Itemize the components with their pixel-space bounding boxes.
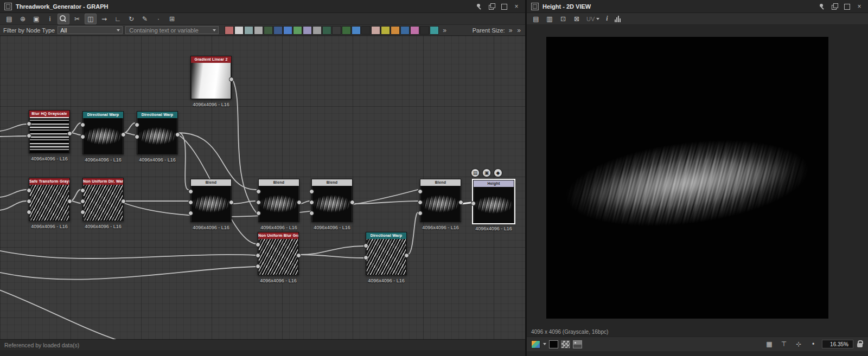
lock-zoom-icon[interactable]	[857, 343, 863, 347]
input-connector[interactable]	[135, 122, 139, 127]
input-connector[interactable]	[188, 211, 193, 216]
node-category-icon-21[interactable]	[420, 26, 429, 35]
input-connector[interactable]	[188, 200, 193, 205]
pen-tool-icon[interactable]: ✎	[139, 14, 151, 24]
tiling-grid-icon[interactable]: ▦	[763, 339, 775, 349]
node-category-icon-11[interactable]	[322, 26, 331, 35]
cut-links-icon[interactable]: ✂	[71, 14, 83, 24]
output-connector[interactable]	[404, 253, 409, 258]
input-connector[interactable]	[80, 122, 85, 127]
background-checker-swatch[interactable]	[561, 340, 570, 348]
image-information-icon[interactable]: i	[603, 15, 610, 23]
node-category-icon-5[interactable]	[264, 26, 273, 35]
node-type-select[interactable]: All	[58, 26, 123, 34]
input-connector[interactable]	[363, 255, 368, 260]
text-filter-input[interactable]	[128, 27, 213, 34]
input-connector[interactable]	[135, 134, 139, 139]
output-connector[interactable]	[229, 77, 234, 82]
output-connector[interactable]	[67, 199, 72, 204]
node-blend-1[interactable]: Blend 4096x4096 - L16	[190, 179, 232, 222]
input-connector[interactable]	[27, 133, 31, 138]
input-connector[interactable]	[80, 210, 85, 215]
input-connector[interactable]	[80, 134, 85, 139]
input-connector[interactable]	[80, 188, 85, 193]
node-category-icon-15[interactable]	[361, 26, 371, 35]
relink-icon[interactable]: ↻	[125, 14, 137, 24]
input-connector[interactable]	[418, 200, 423, 205]
atlas-view-icon[interactable]: ▤	[3, 14, 15, 24]
node-blur-hq-grayscale[interactable]: Blur HQ Grayscale 4096x4096 - L16	[29, 110, 70, 153]
node-category-icon-6[interactable]	[273, 26, 283, 35]
input-connector[interactable]	[363, 243, 368, 248]
2d-view-canvas[interactable]	[546, 37, 828, 319]
save-image-icon[interactable]: ▤	[530, 14, 542, 24]
node-category-icon-14[interactable]	[352, 26, 361, 35]
node-category-icon-19[interactable]	[400, 26, 410, 35]
maximize-panel-icon[interactable]	[843, 2, 851, 11]
maximize-panel-icon[interactable]	[500, 2, 508, 11]
node-directional-warp-3[interactable]: Directional Warp 4096x4096 - L16	[366, 232, 407, 275]
node-category-icon-7[interactable]	[283, 26, 292, 35]
pin-panel-icon[interactable]	[475, 2, 483, 11]
node-safe-transform-grayscale[interactable]: Safe Transform Graysc... 4096x4096 - L16	[29, 178, 70, 221]
input-connector[interactable]	[256, 264, 260, 269]
input-connector[interactable]	[256, 211, 261, 216]
node-non-uniform-directional-warp[interactable]: Non Uniform Dir. Warp ... 4096x4096 - L1…	[82, 178, 124, 221]
node-category-icon-17[interactable]	[381, 26, 390, 35]
output-connector[interactable]	[296, 253, 301, 258]
instance-info-icon[interactable]: ▤	[470, 168, 480, 178]
channels-select-icon[interactable]	[531, 340, 540, 348]
input-connector[interactable]	[256, 242, 260, 247]
node-non-uniform-blur-grayscale[interactable]: Non Uniform Blur Gray... 4096x4096 - L16	[258, 232, 299, 275]
input-connector[interactable]	[80, 199, 85, 204]
output-connector[interactable]	[121, 132, 126, 137]
node-directional-warp-2[interactable]: Directional Warp 4096x4096 - L16	[137, 111, 178, 154]
input-connector[interactable]	[309, 189, 314, 194]
node-gradient-linear-2[interactable]: Gradient Linear 2 4096x4096 - L16	[190, 56, 232, 99]
input-connector[interactable]	[27, 121, 31, 126]
palette-overflow-chevron[interactable]: »	[442, 27, 448, 34]
input-connector[interactable]	[418, 211, 423, 216]
frame-grid-icon[interactable]: ⊞	[166, 14, 178, 24]
node-category-icon-13[interactable]	[342, 26, 351, 35]
link-style-icon[interactable]: ⇝	[98, 14, 110, 24]
node-blend-3[interactable]: Blend 4096x4096 - L16	[311, 179, 353, 222]
output-connector[interactable]	[350, 200, 355, 205]
uv-mode-dropdown[interactable]: UV	[584, 16, 602, 22]
zoom-level-field[interactable]: 16.35%	[822, 340, 853, 348]
copy-image-icon[interactable]: ▥	[544, 14, 556, 24]
text-filter-combo[interactable]	[125, 26, 219, 34]
input-connector[interactable]	[27, 188, 31, 193]
view-2d-output-icon[interactable]: ▣	[482, 168, 492, 178]
input-connector[interactable]	[418, 189, 423, 194]
input-connector[interactable]	[188, 189, 193, 194]
graph-canvas[interactable]: Gradient Linear 2 4096x4096 - L16 Blur H…	[0, 36, 525, 339]
display-mode-icon[interactable]: ◫	[85, 14, 97, 24]
output-connector[interactable]	[121, 199, 126, 204]
output-connector[interactable]	[67, 131, 72, 136]
close-panel-icon[interactable]: ×	[855, 2, 864, 11]
background-image-icon[interactable]	[573, 340, 582, 348]
float-panel-icon[interactable]	[487, 2, 496, 11]
elbow-links-icon[interactable]: ∟	[112, 14, 124, 24]
input-connector[interactable]	[27, 210, 31, 215]
node-category-icon-10[interactable]	[312, 26, 322, 35]
node-category-icon-2[interactable]	[234, 26, 244, 35]
node-category-icon-12[interactable]	[332, 26, 341, 35]
node-category-icon-20[interactable]	[410, 26, 419, 35]
filterbar-overflow-chevron[interactable]: »	[516, 27, 522, 34]
pin-panel-icon[interactable]	[818, 2, 826, 11]
input-connector[interactable]	[309, 211, 314, 216]
screenshot-icon[interactable]: ▣	[30, 14, 42, 24]
output-connector[interactable]	[175, 132, 180, 137]
background-black-swatch[interactable]	[549, 340, 558, 348]
output-connector[interactable]	[458, 200, 463, 205]
node-category-icon-8[interactable]	[293, 26, 302, 35]
input-connector[interactable]	[256, 253, 260, 258]
filtering-icon[interactable]: ⊤	[778, 339, 790, 349]
input-connector[interactable]	[256, 200, 261, 205]
node-category-icon-22[interactable]	[430, 26, 439, 35]
node-category-icon-3[interactable]	[244, 26, 253, 35]
recenter-view-icon[interactable]: ⊹	[793, 339, 805, 349]
view-3d-output-icon[interactable]: ◆	[493, 168, 503, 178]
